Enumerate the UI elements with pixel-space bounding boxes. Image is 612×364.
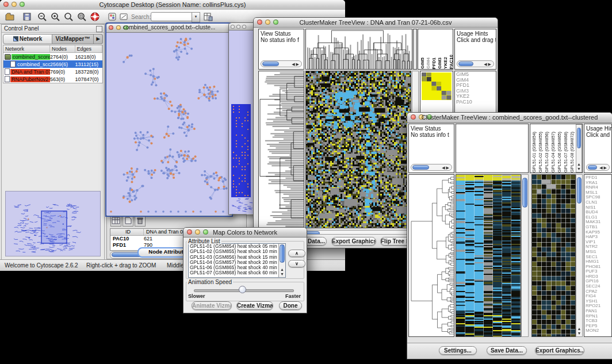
- column-label[interactable]: GPL51-02 (GSM855): [538, 132, 543, 173]
- tv1-mini-heatmap[interactable]: [422, 72, 452, 100]
- network-overview-thumbnail[interactable]: [5, 191, 101, 256]
- column-label[interactable]: GPL51-04 (GSM857): [550, 132, 556, 173]
- tv1-heatmap[interactable]: [305, 71, 411, 228]
- tv1-status-hscrollbar[interactable]: ◀▶: [261, 60, 302, 67]
- network-view-title: combined_scores_good.txt--cluste...: [106, 24, 232, 30]
- tv2-zoom-vscrollbar[interactable]: ▲▼: [576, 174, 583, 337]
- move-down-button[interactable]: ∨: [288, 260, 305, 267]
- network-view-titlebar[interactable]: combined_scores_good.txt--cluste...: [106, 24, 232, 33]
- gene-label[interactable]: PAC10: [456, 99, 496, 105]
- tv2-status-hscrollbar[interactable]: ◀▶: [411, 164, 452, 171]
- network-row[interactable]: DNA and Tran 07 769(0) 183728(0): [3, 68, 102, 75]
- treeview-window-2: ClusterMaker TreeView : combined_scores_…: [407, 112, 612, 359]
- attribute-item[interactable]: GPL51-07 (GSM868) heat shock 60 min: [189, 270, 285, 275]
- main-titlebar[interactable]: Cytoscape Desktop (Session Name: collins…: [0, 0, 345, 10]
- tv1-view-status-panel: View StatusNo status info f ◀▶: [258, 29, 304, 70]
- network-view-2-titlebar[interactable]: [229, 23, 255, 30]
- column-label[interactable]: GPL51-07 (GSM868): [563, 132, 568, 173]
- column-label[interactable]: GPL51-03 (GSM856): [544, 132, 549, 173]
- animation-speed-label: Animation Speed: [187, 279, 233, 285]
- search-input[interactable]: [151, 12, 193, 21]
- new-attribute-icon[interactable]: [123, 216, 133, 227]
- map-colors-dialog: Map Colors to Network Attribute List GPL…: [183, 227, 307, 313]
- network-row[interactable]: RNAPuberNov2+| 563(0) 107847(0): [3, 75, 102, 83]
- vizmapper-icon[interactable]: [107, 12, 117, 22]
- settings-button[interactable]: Settings...: [439, 346, 477, 355]
- tv2-zoom-heatmap[interactable]: [531, 174, 576, 337]
- tab-vizmapper[interactable]: VizMapper™: [52, 34, 94, 44]
- close-icon[interactable]: [231, 25, 235, 29]
- network-type-icon: [5, 76, 10, 82]
- column-label[interactable]: PFD1: [431, 58, 437, 69]
- treeview1-titlebar[interactable]: ClusterMaker TreeView : DNA and Tran 07-…: [254, 18, 498, 28]
- tv2-row-dendrogram[interactable]: [408, 174, 454, 337]
- minimize-icon[interactable]: [236, 25, 240, 29]
- tab-network[interactable]: Network: [3, 34, 52, 44]
- move-up-button[interactable]: ∧: [288, 250, 305, 257]
- overview-canvas[interactable]: [6, 191, 100, 256]
- tv2-gene-list: PFD1YRA1RNR4MSL1SPC98CLN1NIS1BUD4ELG1MAK…: [584, 175, 611, 334]
- attribute-list[interactable]: GPL51-01 (GSM854) heat shock 05 minGPL51…: [188, 243, 286, 278]
- network-row[interactable]: combined_scores 2764(0) 16218(0): [3, 53, 102, 60]
- control-panel-tabs: Network VizMapper™ ▶: [2, 33, 104, 44]
- faster-label: Faster: [285, 293, 301, 299]
- done-button[interactable]: Done: [279, 301, 302, 310]
- tv2-collabel-vscrollbar[interactable]: ▲▼: [576, 124, 582, 173]
- column-label[interactable]: GIM5: [420, 58, 425, 69]
- export-graphics-button[interactable]: Export Graphics...: [331, 237, 376, 246]
- tv2-hints-hscrollbar[interactable]: ◀▶: [586, 164, 610, 171]
- help-lifebuoy-icon[interactable]: [90, 12, 100, 22]
- export-graphics-button[interactable]: Export Graphics...: [535, 346, 584, 355]
- tv1-column-labels: GIM5GIM4PFD1GIM3YKE2PAC10: [418, 29, 453, 70]
- zoom-window-icon[interactable]: [242, 25, 246, 29]
- column-label[interactable]: YKE2: [443, 57, 448, 69]
- gene-label[interactable]: MON2: [586, 328, 611, 334]
- column-label[interactable]: GPL51-01 (GSM854): [531, 132, 537, 173]
- zoom-fit-icon[interactable]: [76, 12, 87, 22]
- tv2-heatmap-vscrollbar[interactable]: [521, 174, 529, 337]
- zoom-out-icon[interactable]: [37, 12, 47, 22]
- dialog-titlebar[interactable]: Map Colors to Network: [183, 228, 307, 237]
- zoom-selected-icon[interactable]: [63, 12, 74, 22]
- float-panel-icon[interactable]: [96, 26, 102, 32]
- network-tab-icon: [13, 36, 18, 41]
- open-file-icon[interactable]: [5, 12, 15, 22]
- annotation-icon[interactable]: [118, 12, 129, 22]
- attribute-list-vscrollbar[interactable]: ▲▼: [278, 244, 285, 277]
- column-label[interactable]: PAC10: [449, 55, 453, 69]
- network-type-icon: [5, 68, 10, 75]
- tv1-hints-hscrollbar[interactable]: ◀▶: [457, 60, 494, 67]
- column-label[interactable]: GIM4: [426, 58, 431, 69]
- slider-thumb[interactable]: [239, 286, 246, 293]
- column-label[interactable]: GIM3: [437, 58, 442, 69]
- tab-overflow-icon[interactable]: ▶: [94, 34, 103, 44]
- tv2-heatmap[interactable]: [456, 174, 521, 337]
- save-data-button[interactable]: Save Data...: [487, 346, 527, 355]
- tv1-splitter[interactable]: [413, 29, 417, 70]
- column-label[interactable]: GPL51-06 (GSM865): [557, 132, 562, 173]
- search-dropdown-icon[interactable]: ▼: [192, 12, 200, 22]
- tv1-column-dendrogram[interactable]: [305, 29, 412, 70]
- tv2-column-label-list: GPL51-01 (GSM854)GPL51-02 (GSM855)GPL51-…: [530, 124, 582, 173]
- status-hint-zoom: Right-click + drag to ZOOM: [86, 262, 156, 269]
- desktop: Cytoscape Desktop (Session Name: collins…: [0, 0, 612, 364]
- tv1-column-label-list: GIM5GIM4PFD1GIM3YKE2PAC10: [418, 29, 453, 69]
- tv1-row-dendrogram[interactable]: [258, 71, 304, 228]
- create-vizmap-button[interactable]: Create Vizmap: [236, 301, 273, 310]
- network-list-header[interactable]: Network Nodes Edges: [3, 45, 102, 53]
- network-row[interactable]: combined_sco 2569(6) 13112(15): [3, 60, 102, 68]
- column-label[interactable]: GPL51-08 (GSM872): [569, 132, 575, 173]
- network-canvas-2[interactable]: [229, 30, 254, 214]
- select-attributes-icon[interactable]: [110, 216, 121, 227]
- table-import-icon[interactable]: [202, 12, 213, 22]
- network-canvas[interactable]: [106, 33, 230, 215]
- treeview1-title: ClusterMaker TreeView : DNA and Tran 07-…: [254, 19, 498, 26]
- zoom-in-icon[interactable]: [50, 12, 60, 22]
- delete-attribute-icon[interactable]: [135, 216, 146, 227]
- control-panel-title: Control Panel: [2, 25, 104, 33]
- animate-vizmap-button[interactable]: Animate Vizmap: [192, 301, 232, 310]
- status-welcome: Welcome to Cytoscape 2.6.2: [5, 262, 78, 269]
- save-icon[interactable]: [22, 12, 32, 22]
- treeview2-titlebar[interactable]: ClusterMaker TreeView : combined_scores_…: [407, 113, 612, 123]
- tv2-column-dendrogram[interactable]: [456, 124, 529, 173]
